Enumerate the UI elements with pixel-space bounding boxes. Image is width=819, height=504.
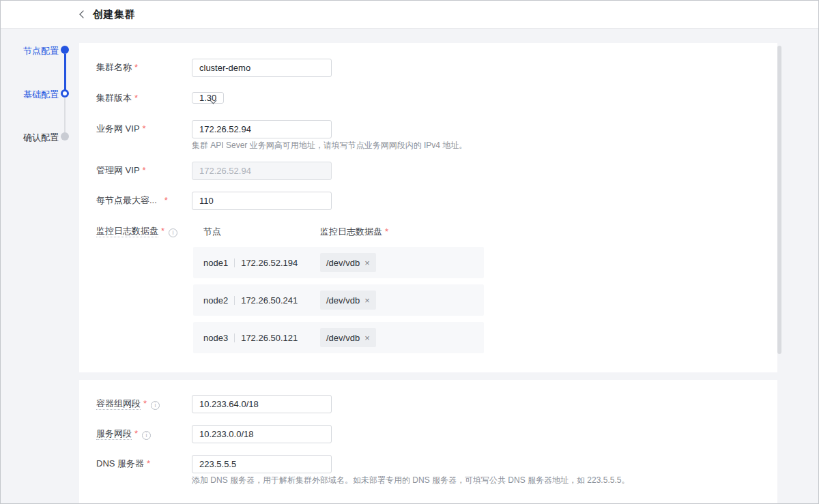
disk-tag: /dev/vdb ×: [320, 328, 376, 347]
cluster-name-input[interactable]: [192, 59, 332, 77]
service-cidr-label: 服务网段*i: [96, 425, 188, 443]
form-row-cluster-name: 集群名称*: [79, 59, 777, 76]
step-dot-active: [61, 89, 69, 98]
page-header: 创建集群: [1, 1, 818, 29]
node-name: node2: [203, 295, 228, 306]
node-config-card: 集群名称* 集群版本* 1.30 业务网 VIP* 集群 API Sever 业…: [79, 43, 777, 372]
cluster-name-label: 集群名称*: [96, 59, 188, 76]
disk-tag: /dev/vdb ×: [320, 253, 376, 272]
info-icon[interactable]: i: [142, 431, 151, 440]
node-ip: 172.26.50.121: [241, 333, 298, 343]
step-dot-pending: [61, 132, 69, 140]
service-vip-help: 集群 API Sever 业务网高可用地址，请填写节点业务网网段内的 IPv4 …: [192, 140, 467, 151]
mgmt-vip-input: [192, 162, 332, 180]
chevron-left-icon: [79, 10, 87, 18]
node-ip: 172.26.52.194: [241, 258, 298, 268]
step-connector-active: [64, 54, 66, 90]
node-row: node3 172.26.50.121 /dev/vdb ×: [193, 322, 484, 353]
pod-cidr-label: 容器组网段*i: [96, 395, 188, 413]
vertical-scrollbar-thumb[interactable]: [777, 46, 781, 354]
disk-tag-label: /dev/vdb: [326, 333, 360, 343]
required-mark: *: [134, 62, 138, 72]
dns-label: DNS 服务器*: [96, 455, 188, 473]
remove-icon[interactable]: ×: [364, 258, 370, 268]
form-row-max-pods: 每节点最大容...*: [79, 192, 777, 209]
max-pods-label: 每节点最大容...*: [96, 192, 188, 209]
column-header-node: 节点: [203, 226, 221, 238]
step-confirm-config[interactable]: 确认配置: [23, 132, 59, 144]
service-vip-input[interactable]: [192, 120, 332, 138]
dns-input[interactable]: [192, 455, 332, 473]
form-row-mgmt-vip: 管理网 VIP*: [79, 162, 777, 179]
service-vip-label: 业务网 VIP*: [96, 120, 188, 138]
step-node-config[interactable]: 节点配置: [23, 45, 59, 57]
node-name: node1: [203, 258, 228, 268]
node-ip: 172.26.50.241: [241, 295, 298, 306]
column-header-disk: 监控日志数据盘*: [320, 226, 388, 238]
divider: [234, 296, 235, 305]
form-row-service-cidr: 服务网段*i: [79, 425, 777, 443]
mgmt-vip-label: 管理网 VIP*: [96, 162, 188, 179]
remove-icon[interactable]: ×: [364, 295, 370, 306]
node-row: node2 172.26.50.241 /dev/vdb ×: [193, 284, 484, 316]
service-cidr-input[interactable]: [192, 425, 332, 443]
info-icon[interactable]: i: [169, 228, 177, 237]
disk-tag: /dev/vdb ×: [320, 291, 376, 310]
form-row-dns: DNS 服务器*: [79, 455, 777, 473]
page-title: 创建集群: [93, 8, 135, 21]
step-connector-pending: [64, 98, 66, 132]
step-dot-current: [61, 46, 69, 54]
cluster-version-label: 集群版本*: [96, 89, 188, 107]
create-cluster-page: 创建集群 节点配置 基础配置 确认配置 集群名称* 集群版本* 1.30: [0, 0, 819, 504]
dns-help: 添加 DNS 服务器，用于解析集群外部域名。如未部署专用的 DNS 服务器，可填…: [192, 475, 629, 486]
disk-tag-label: /dev/vdb: [326, 295, 360, 306]
info-icon[interactable]: i: [151, 401, 160, 410]
step-basic-config[interactable]: 基础配置: [23, 89, 59, 101]
node-row: node1 172.26.52.194 /dev/vdb ×: [193, 247, 484, 278]
divider: [234, 333, 235, 342]
basic-config-card: 容器组网段*i 服务网段*i DNS 服务器* 添加 DNS 服务器，用于解析集…: [79, 380, 777, 504]
cluster-version-select[interactable]: 1.30: [192, 92, 224, 104]
divider: [234, 258, 235, 267]
max-pods-input[interactable]: [192, 192, 332, 210]
form-row-pod-cidr: 容器组网段*i: [79, 395, 777, 413]
remove-icon[interactable]: ×: [364, 333, 370, 343]
pod-cidr-input[interactable]: [192, 395, 332, 413]
disk-section-label: 监控日志数据盘*i: [96, 222, 188, 240]
form-row-cluster-version: 集群版本* 1.30: [79, 89, 777, 107]
disk-tag-label: /dev/vdb: [326, 258, 360, 268]
form-row-service-vip: 业务网 VIP*: [79, 120, 777, 138]
back-button[interactable]: 创建集群: [81, 8, 135, 21]
node-name: node3: [203, 333, 228, 343]
